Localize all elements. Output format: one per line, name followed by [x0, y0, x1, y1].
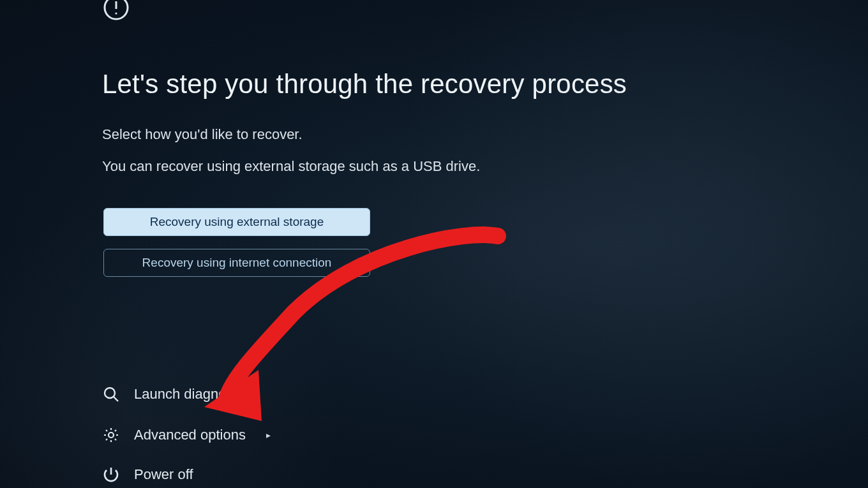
power-icon — [102, 466, 120, 484]
recovery-internet-connection-button[interactable]: Recovery using internet connection — [103, 249, 370, 277]
action-label: Power off — [134, 466, 193, 483]
subtitle-line-2: You can recover using external storage s… — [102, 158, 480, 175]
subtitle-line-1: Select how you'd like to recover. — [102, 126, 303, 143]
svg-line-4 — [114, 397, 118, 401]
button-label: Recovery using external storage — [150, 215, 324, 229]
page-title: Let's step you through the recovery proc… — [102, 69, 627, 100]
info-icon — [102, 0, 130, 22]
search-icon — [102, 385, 120, 403]
action-label: Advanced options — [134, 427, 246, 443]
power-off-link[interactable]: Power off — [102, 466, 193, 484]
svg-point-3 — [105, 388, 115, 398]
action-label: Launch diagnostics — [134, 386, 254, 403]
chevron-right-icon: ▸ — [266, 430, 271, 440]
launch-diagnostics-link[interactable]: Launch diagnostics — [102, 385, 254, 403]
button-label: Recovery using internet connection — [142, 256, 332, 270]
svg-point-2 — [115, 12, 117, 14]
svg-point-5 — [108, 433, 114, 438]
advanced-options-link[interactable]: Advanced options ▸ — [102, 426, 271, 444]
recovery-external-storage-button[interactable]: Recovery using external storage — [103, 208, 370, 236]
gear-icon — [102, 426, 120, 444]
